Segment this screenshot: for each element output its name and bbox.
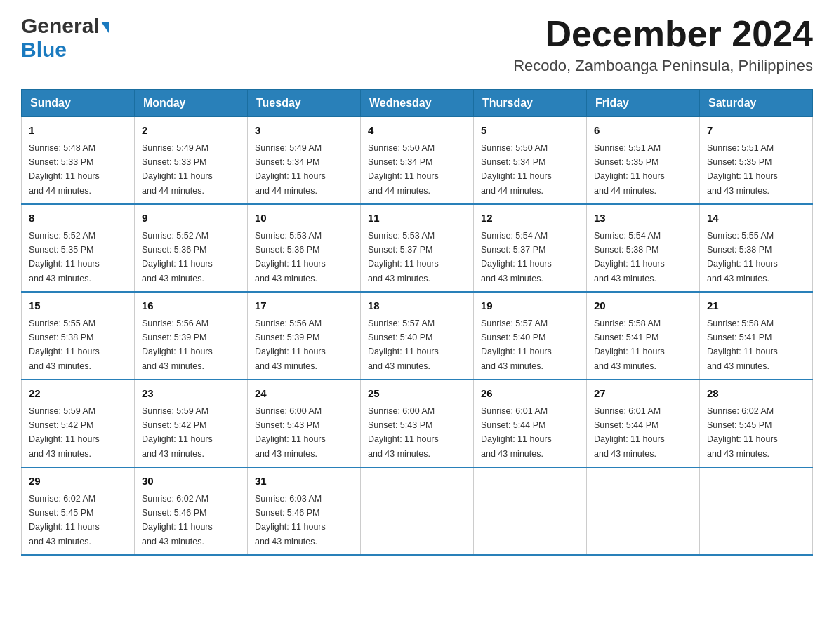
day-header-monday: Monday — [135, 90, 248, 117]
calendar-cell: 3 Sunrise: 5:49 AMSunset: 5:34 PMDayligh… — [248, 117, 361, 205]
calendar-cell: 17 Sunrise: 5:56 AMSunset: 5:39 PMDaylig… — [248, 292, 361, 380]
day-number: 9 — [142, 210, 240, 227]
day-info: Sunrise: 6:01 AMSunset: 5:44 PMDaylight:… — [481, 406, 552, 459]
day-number: 27 — [594, 386, 692, 402]
calendar-cell: 13 Sunrise: 5:54 AMSunset: 5:38 PMDaylig… — [587, 204, 700, 292]
day-number: 29 — [29, 474, 127, 490]
day-info: Sunrise: 6:01 AMSunset: 5:44 PMDaylight:… — [594, 406, 665, 459]
day-number: 12 — [481, 210, 579, 227]
day-info: Sunrise: 6:00 AMSunset: 5:43 PMDaylight:… — [255, 406, 326, 459]
calendar-week-row: 29 Sunrise: 6:02 AMSunset: 5:45 PMDaylig… — [22, 467, 813, 555]
day-info: Sunrise: 5:52 AMSunset: 5:35 PMDaylight:… — [29, 231, 100, 283]
calendar-cell: 31 Sunrise: 6:03 AMSunset: 5:46 PMDaylig… — [248, 467, 361, 555]
day-header-friday: Friday — [587, 90, 700, 117]
day-header-tuesday: Tuesday — [248, 90, 361, 117]
day-info: Sunrise: 6:02 AMSunset: 5:46 PMDaylight:… — [142, 494, 213, 546]
day-info: Sunrise: 5:59 AMSunset: 5:42 PMDaylight:… — [29, 406, 100, 459]
calendar-table: SundayMondayTuesdayWednesdayThursdayFrid… — [21, 89, 813, 556]
day-info: Sunrise: 5:56 AMSunset: 5:39 PMDaylight:… — [255, 318, 326, 371]
day-info: Sunrise: 5:59 AMSunset: 5:42 PMDaylight:… — [142, 406, 213, 459]
calendar-cell: 14 Sunrise: 5:55 AMSunset: 5:38 PMDaylig… — [700, 204, 813, 292]
calendar-cell: 28 Sunrise: 6:02 AMSunset: 5:45 PMDaylig… — [700, 380, 813, 467]
calendar-cell: 8 Sunrise: 5:52 AMSunset: 5:35 PMDayligh… — [22, 204, 135, 292]
day-number: 2 — [142, 123, 240, 139]
day-info: Sunrise: 5:50 AMSunset: 5:34 PMDaylight:… — [368, 143, 439, 196]
location-subtitle: Recodo, Zamboanga Peninsula, Philippines — [513, 57, 813, 75]
day-number: 24 — [255, 386, 353, 402]
logo: General Blue — [21, 14, 109, 62]
day-info: Sunrise: 5:52 AMSunset: 5:36 PMDaylight:… — [142, 231, 213, 283]
day-number: 10 — [255, 210, 353, 227]
day-number: 4 — [368, 123, 466, 139]
day-number: 22 — [29, 386, 127, 402]
calendar-cell: 18 Sunrise: 5:57 AMSunset: 5:40 PMDaylig… — [361, 292, 474, 380]
day-number: 23 — [142, 386, 240, 402]
day-number: 30 — [142, 474, 240, 490]
calendar-cell: 7 Sunrise: 5:51 AMSunset: 5:35 PMDayligh… — [700, 117, 813, 205]
page-header: General Blue December 2024 Recodo, Zambo… — [21, 14, 813, 75]
day-info: Sunrise: 5:50 AMSunset: 5:34 PMDaylight:… — [481, 143, 552, 196]
calendar-cell: 9 Sunrise: 5:52 AMSunset: 5:36 PMDayligh… — [135, 204, 248, 292]
calendar-week-row: 22 Sunrise: 5:59 AMSunset: 5:42 PMDaylig… — [22, 380, 813, 467]
day-number: 31 — [255, 474, 353, 490]
calendar-cell: 26 Sunrise: 6:01 AMSunset: 5:44 PMDaylig… — [474, 380, 587, 467]
day-info: Sunrise: 5:53 AMSunset: 5:37 PMDaylight:… — [368, 231, 439, 283]
calendar-cell: 4 Sunrise: 5:50 AMSunset: 5:34 PMDayligh… — [361, 117, 474, 205]
day-info: Sunrise: 5:58 AMSunset: 5:41 PMDaylight:… — [707, 318, 778, 371]
calendar-cell: 1 Sunrise: 5:48 AMSunset: 5:33 PMDayligh… — [22, 117, 135, 205]
logo-triangle-icon — [101, 22, 109, 33]
day-info: Sunrise: 6:02 AMSunset: 5:45 PMDaylight:… — [29, 494, 100, 546]
calendar-header-row: SundayMondayTuesdayWednesdayThursdayFrid… — [22, 90, 813, 117]
day-info: Sunrise: 5:49 AMSunset: 5:33 PMDaylight:… — [142, 143, 213, 196]
day-number: 3 — [255, 123, 353, 139]
calendar-cell: 21 Sunrise: 5:58 AMSunset: 5:41 PMDaylig… — [700, 292, 813, 380]
day-number: 18 — [368, 298, 466, 314]
logo-general: General — [21, 14, 109, 38]
calendar-cell: 16 Sunrise: 5:56 AMSunset: 5:39 PMDaylig… — [135, 292, 248, 380]
day-info: Sunrise: 5:51 AMSunset: 5:35 PMDaylight:… — [707, 143, 778, 196]
calendar-cell: 22 Sunrise: 5:59 AMSunset: 5:42 PMDaylig… — [22, 380, 135, 467]
calendar-cell: 23 Sunrise: 5:59 AMSunset: 5:42 PMDaylig… — [135, 380, 248, 467]
day-header-thursday: Thursday — [474, 90, 587, 117]
title-area: December 2024 Recodo, Zamboanga Peninsul… — [513, 14, 813, 75]
day-info: Sunrise: 5:54 AMSunset: 5:38 PMDaylight:… — [594, 231, 665, 283]
calendar-cell: 19 Sunrise: 5:57 AMSunset: 5:40 PMDaylig… — [474, 292, 587, 380]
day-number: 6 — [594, 123, 692, 139]
day-info: Sunrise: 5:57 AMSunset: 5:40 PMDaylight:… — [481, 318, 552, 371]
calendar-cell: 6 Sunrise: 5:51 AMSunset: 5:35 PMDayligh… — [587, 117, 700, 205]
day-header-wednesday: Wednesday — [361, 90, 474, 117]
day-number: 25 — [368, 386, 466, 402]
day-info: Sunrise: 5:51 AMSunset: 5:35 PMDaylight:… — [594, 143, 665, 196]
day-number: 26 — [481, 386, 579, 402]
calendar-cell — [700, 467, 813, 555]
day-number: 1 — [29, 123, 127, 139]
day-info: Sunrise: 6:00 AMSunset: 5:43 PMDaylight:… — [368, 406, 439, 459]
calendar-cell: 24 Sunrise: 6:00 AMSunset: 5:43 PMDaylig… — [248, 380, 361, 467]
day-number: 5 — [481, 123, 579, 139]
day-info: Sunrise: 5:56 AMSunset: 5:39 PMDaylight:… — [142, 318, 213, 371]
calendar-cell: 25 Sunrise: 6:00 AMSunset: 5:43 PMDaylig… — [361, 380, 474, 467]
day-number: 17 — [255, 298, 353, 314]
day-number: 20 — [594, 298, 692, 314]
day-info: Sunrise: 5:55 AMSunset: 5:38 PMDaylight:… — [707, 231, 778, 283]
calendar-cell: 10 Sunrise: 5:53 AMSunset: 5:36 PMDaylig… — [248, 204, 361, 292]
day-header-sunday: Sunday — [22, 90, 135, 117]
calendar-cell — [587, 467, 700, 555]
day-info: Sunrise: 6:03 AMSunset: 5:46 PMDaylight:… — [255, 494, 326, 546]
calendar-cell: 15 Sunrise: 5:55 AMSunset: 5:38 PMDaylig… — [22, 292, 135, 380]
calendar-cell — [474, 467, 587, 555]
day-number: 15 — [29, 298, 127, 314]
day-info: Sunrise: 5:57 AMSunset: 5:40 PMDaylight:… — [368, 318, 439, 371]
calendar-cell: 20 Sunrise: 5:58 AMSunset: 5:41 PMDaylig… — [587, 292, 700, 380]
day-number: 14 — [707, 210, 805, 227]
day-info: Sunrise: 6:02 AMSunset: 5:45 PMDaylight:… — [707, 406, 778, 459]
day-info: Sunrise: 5:53 AMSunset: 5:36 PMDaylight:… — [255, 231, 326, 283]
month-year-title: December 2024 — [513, 14, 813, 54]
day-info: Sunrise: 5:48 AMSunset: 5:33 PMDaylight:… — [29, 143, 100, 196]
day-number: 7 — [707, 123, 805, 139]
day-number: 11 — [368, 210, 466, 227]
calendar-week-row: 8 Sunrise: 5:52 AMSunset: 5:35 PMDayligh… — [22, 204, 813, 292]
calendar-cell: 2 Sunrise: 5:49 AMSunset: 5:33 PMDayligh… — [135, 117, 248, 205]
day-number: 21 — [707, 298, 805, 314]
day-number: 19 — [481, 298, 579, 314]
